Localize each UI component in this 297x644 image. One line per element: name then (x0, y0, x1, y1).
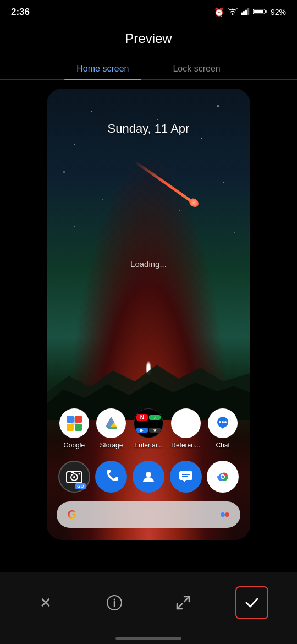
svg-point-39 (222, 476, 224, 478)
info-icon (106, 594, 123, 611)
battery-icon (253, 8, 267, 17)
dock-camera: GO (58, 461, 90, 493)
preview-date: Sunday, 11 Apr (47, 122, 250, 136)
svg-line-45 (177, 604, 182, 609)
star (102, 199, 103, 200)
svg-rect-7 (254, 9, 263, 13)
svg-rect-12 (75, 416, 82, 423)
page-title: Preview (0, 31, 297, 46)
app-item-storage: Storage (94, 408, 129, 449)
wifi-icon (228, 8, 238, 17)
expand-icon (175, 594, 191, 611)
star (223, 182, 224, 183)
status-icons: ⏰ 92% (214, 7, 286, 17)
dock-messages (170, 461, 202, 493)
header: Preview (0, 22, 297, 51)
svg-rect-28 (71, 471, 74, 473)
star (179, 210, 180, 211)
nav-indicator (116, 637, 182, 640)
svg-rect-4 (248, 8, 249, 15)
app-icon-entertain: N ♪ ▶ ★ (134, 408, 163, 438)
battery-text: 92% (271, 8, 286, 17)
app-item-reference: Referen... (168, 408, 204, 449)
confirm-button[interactable] (235, 586, 268, 619)
tab-home[interactable]: Home screen (54, 57, 151, 79)
app-label-chat: Chat (205, 441, 240, 449)
app-icon-google (59, 408, 89, 438)
svg-point-0 (232, 13, 233, 15)
close-button[interactable]: ✕ (29, 586, 62, 619)
app-item-entertain: N ♪ ▶ ★ Entertai... (131, 408, 166, 449)
svg-rect-11 (67, 416, 74, 423)
app-label-reference: Referen... (168, 441, 204, 449)
svg-rect-31 (179, 471, 193, 480)
svg-rect-3 (245, 9, 247, 15)
svg-point-41 (225, 512, 229, 517)
google-g-icon: G (65, 508, 79, 521)
app-icon-chat (208, 408, 238, 438)
dock-row: GO (47, 461, 250, 493)
star (157, 119, 158, 120)
loading-text: Loading... (47, 259, 250, 269)
info-button[interactable] (98, 586, 131, 619)
star (201, 138, 202, 139)
confirm-icon (244, 594, 260, 611)
dock-chrome (207, 461, 239, 493)
phone-preview: Sunday, 11 Apr Loading... Google (47, 89, 250, 540)
app-item-chat: Chat (205, 408, 240, 449)
svg-point-22 (219, 421, 221, 423)
svg-point-44 (113, 599, 115, 601)
svg-line-46 (184, 597, 189, 602)
svg-rect-13 (67, 424, 74, 431)
expand-button[interactable] (167, 586, 200, 619)
bottom-toolbar: ✕ (0, 572, 297, 644)
tab-lock[interactable]: Lock screen (151, 57, 242, 79)
signal-icon (241, 8, 250, 17)
status-bar: 2:36 ⏰ (0, 0, 297, 22)
svg-point-40 (221, 512, 225, 517)
svg-marker-32 (183, 480, 186, 482)
app-icon-storage (96, 408, 126, 438)
dock-phone (95, 461, 127, 493)
app-label-storage: Storage (94, 441, 129, 449)
google-assistant-icon (218, 508, 232, 521)
svg-rect-2 (243, 11, 245, 15)
star (91, 111, 92, 112)
tabs-container: Home screen Lock screen (0, 57, 297, 80)
dock-contacts (133, 461, 164, 493)
svg-point-30 (146, 472, 151, 477)
search-bar[interactable]: G (57, 501, 240, 528)
app-label-entertain: Entertai... (131, 441, 166, 449)
star (234, 232, 235, 233)
star (63, 171, 65, 173)
app-label-google: Google (57, 441, 92, 449)
svg-rect-1 (241, 12, 243, 15)
alarm-icon: ⏰ (214, 7, 224, 17)
svg-point-24 (224, 421, 227, 423)
app-icon-reference (171, 408, 201, 438)
app-row: Google Storage N ♪ (47, 408, 250, 449)
star (217, 105, 219, 107)
status-time: 2:36 (11, 7, 30, 18)
svg-rect-6 (265, 10, 267, 12)
svg-point-27 (73, 476, 75, 478)
app-item-google: Google (57, 408, 92, 449)
star (74, 144, 75, 145)
star (74, 226, 75, 227)
svg-rect-14 (75, 424, 82, 431)
svg-point-29 (78, 473, 80, 475)
svg-point-23 (222, 421, 224, 423)
